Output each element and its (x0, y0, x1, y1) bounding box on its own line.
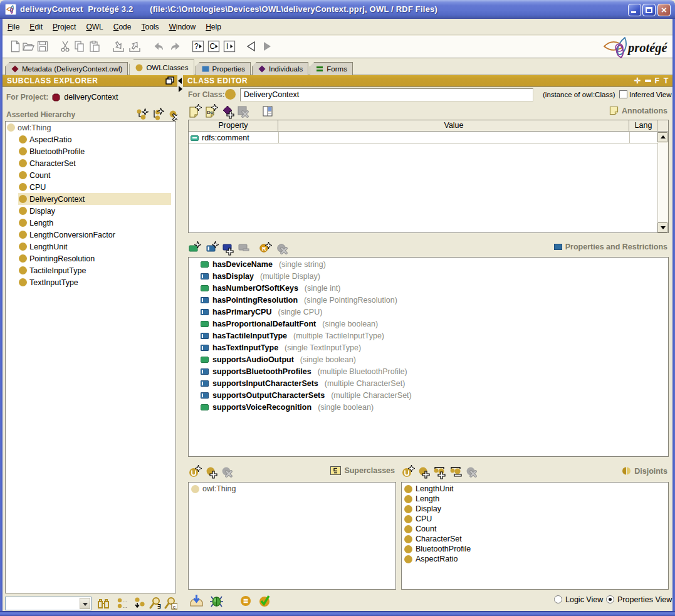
disjoint-item[interactable]: Count (402, 524, 668, 534)
disjoint-item[interactable]: BluetoothProfile (402, 544, 668, 554)
tree-item[interactable]: TextInputType (6, 276, 175, 288)
expand-matches-icon[interactable]: ...... (117, 597, 130, 610)
menu-item[interactable]: Help (201, 19, 226, 34)
remove-superclass-button[interactable] (221, 464, 235, 479)
create-disjoint-button[interactable] (401, 464, 416, 479)
tree-item[interactable]: PointingResolution (6, 253, 175, 264)
scrollbar-track[interactable] (657, 143, 667, 222)
maximize-button[interactable] (642, 4, 656, 16)
individual-box-button[interactable]: I (223, 40, 237, 55)
open-project-button[interactable] (22, 40, 36, 55)
restore-panel-icon[interactable] (165, 76, 175, 85)
goto-class-icon[interactable] (133, 597, 147, 610)
panel-splitter[interactable] (177, 75, 183, 611)
menu-item[interactable]: Window (164, 19, 201, 34)
property-row[interactable]: hasTextInputType (single TextInputType) (189, 342, 668, 353)
add-annotation-button[interactable] (221, 104, 236, 119)
disjoint-item[interactable]: Length (402, 494, 668, 504)
remove-all-siblings-button[interactable] (449, 464, 464, 479)
property-row[interactable]: supportsInputCharacterSets (multiple Cha… (189, 377, 668, 389)
create-annotation-do-button[interactable]: Do (204, 104, 219, 119)
disjoint-item[interactable]: Display (402, 504, 668, 514)
new-project-button[interactable] (9, 40, 23, 55)
tab-metadata-deliverycontext-owl[interactable]: Metadata (DeliveryContext.owl) (5, 62, 128, 75)
remove-disjoint-button[interactable] (465, 464, 479, 479)
revert-project-button[interactable] (128, 40, 142, 55)
search-annotations-icon[interactable]: ∃ (149, 597, 163, 610)
property-row[interactable]: hasNumberOfSoftKeys (single int) (189, 282, 668, 294)
collapse-left-icon[interactable] (178, 78, 182, 84)
query-box-button[interactable]: ? (192, 40, 206, 55)
header-minus-icon[interactable] (645, 80, 651, 82)
menu-item[interactable]: Code (108, 19, 137, 34)
combo-dropdown-arrow-icon[interactable] (80, 598, 90, 609)
annotation-table-view-button[interactable] (261, 104, 275, 119)
redo-button[interactable] (169, 40, 182, 55)
remove-property-button[interactable] (238, 241, 252, 256)
list-inferred-icon[interactable] (239, 593, 253, 608)
add-superclass-button[interactable] (205, 464, 219, 479)
search-classes-icon[interactable]: c (164, 597, 178, 610)
delete-restriction-button[interactable] (276, 241, 290, 256)
tab-owlclasses[interactable]: OWLClasses (129, 60, 194, 75)
tree-item[interactable]: BluetoothProfile (6, 145, 175, 157)
class-name-field[interactable]: DeliveryContext (240, 88, 533, 102)
menu-item[interactable]: File (3, 19, 24, 34)
property-row[interactable]: hasTactileInputType (multiple TactileInp… (189, 330, 668, 342)
property-row[interactable]: hasProportionalDefaultFont (single boole… (189, 318, 668, 330)
create-superclass-button[interactable] (188, 464, 202, 479)
tree-item[interactable]: LengthConversionFactor (6, 229, 175, 241)
cut-button[interactable] (59, 40, 73, 55)
debug-class-icon[interactable] (209, 593, 224, 608)
tree-item[interactable]: LengthUnit (6, 241, 175, 253)
check-consistency-icon[interactable] (258, 593, 272, 608)
tab-individuals[interactable]: Individuals (252, 62, 308, 75)
header-t-icon[interactable]: T (664, 75, 669, 87)
tree-item[interactable]: Display (6, 205, 175, 217)
superclass-item[interactable]: owl:Thing (189, 484, 395, 494)
annotations-scrollbar[interactable] (657, 132, 668, 232)
copy-button[interactable] (73, 40, 87, 55)
create-subclass-button[interactable] (152, 108, 165, 122)
create-object-property-button[interactable] (206, 241, 220, 256)
disjoint-item[interactable]: AspectRatio (402, 554, 668, 564)
tab-properties[interactable]: Properties (196, 62, 251, 75)
add-disjoint-button[interactable] (417, 464, 432, 479)
header-plus-icon[interactable]: ✛ (634, 75, 641, 87)
property-row[interactable]: supportsBluetoothProfiles (multiple Blue… (189, 365, 668, 377)
menu-item[interactable]: Project (48, 19, 81, 34)
create-restriction-button[interactable]: R (258, 241, 273, 256)
tree-item[interactable]: TactileInputType (6, 264, 175, 276)
create-class-button[interactable] (136, 108, 149, 122)
property-row[interactable]: supportsOutputCharacterSets (multiple Ch… (189, 389, 668, 401)
collapse-right-icon[interactable] (179, 86, 182, 92)
header-f-icon[interactable]: F (655, 75, 660, 87)
class-box-button[interactable]: C (207, 40, 221, 55)
forward-button[interactable] (261, 40, 275, 55)
create-annotation-button[interactable] (188, 104, 202, 119)
minimize-button[interactable] (628, 4, 641, 16)
find-binoculars-icon[interactable] (97, 597, 110, 610)
paste-button[interactable] (88, 40, 102, 55)
back-button[interactable] (245, 40, 259, 55)
menu-item[interactable]: Tools (136, 19, 164, 34)
tab-forms[interactable]: Forms (310, 62, 353, 75)
inferred-view-checkbox[interactable] (619, 90, 627, 98)
tree-item[interactable]: CPU (6, 181, 175, 193)
archive-project-button[interactable] (112, 40, 126, 55)
add-property-button[interactable] (222, 241, 236, 256)
save-project-button[interactable] (36, 40, 50, 55)
properties-view-radio[interactable] (606, 595, 614, 603)
tree-item[interactable]: AspectRatio (6, 133, 175, 145)
delete-annotation-button[interactable] (236, 104, 251, 119)
scroll-up-icon[interactable] (657, 132, 667, 142)
disjoint-item[interactable]: CharacterSet (402, 534, 668, 544)
tree-item[interactable]: CharacterSet (6, 157, 175, 169)
property-row[interactable]: hasPrimaryCPU (single CPU) (189, 306, 668, 318)
scroll-down-icon[interactable] (657, 222, 667, 232)
menu-item[interactable]: Edit (24, 19, 48, 34)
close-button[interactable]: × (657, 4, 671, 16)
property-row[interactable]: hasDisplay (multiple Display) (189, 270, 668, 282)
disjoint-item[interactable]: LengthUnit (402, 484, 668, 494)
property-row[interactable]: supportsVoiceRecognition (single boolean… (189, 401, 668, 413)
